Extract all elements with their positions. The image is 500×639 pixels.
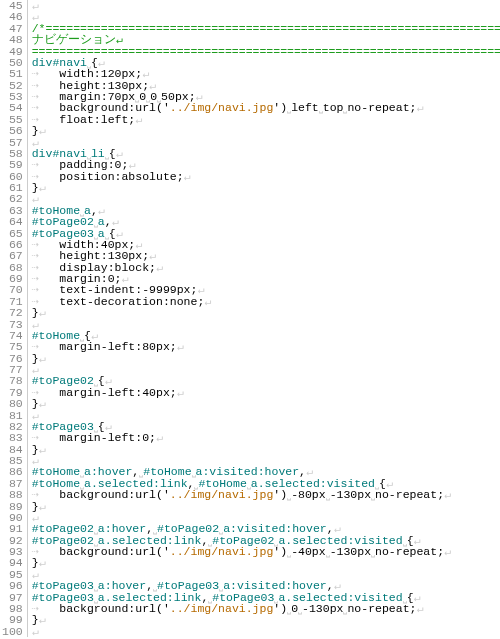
code-line: ⇢ margin-left:0;↵: [32, 432, 500, 443]
line-number: 91: [2, 523, 23, 534]
line-number: 88: [2, 489, 23, 500]
code-line: ⇢ margin-left:40px;↵: [32, 387, 500, 398]
line-number: 48: [2, 34, 23, 45]
line-number: 72: [2, 307, 23, 318]
line-number: 80: [2, 398, 23, 409]
code-line: ⇢ position:absolute;↵: [32, 171, 500, 182]
code-line: }↵: [32, 398, 500, 409]
code-line: ⇢ margin-left:80px;↵: [32, 341, 500, 352]
line-number: 64: [2, 216, 23, 227]
code-line: ⇢ text-decoration:none;↵: [32, 296, 500, 307]
code-line: ↵: [32, 319, 500, 330]
code-line: }↵: [32, 557, 500, 568]
line-number: 75: [2, 341, 23, 352]
line-number: 100: [2, 626, 23, 637]
code-line: }↵: [32, 444, 500, 455]
code-line: }↵: [32, 353, 500, 364]
code-line: ⇢ background:url('../img/navi.jpg')˽0˽-1…: [32, 603, 500, 614]
line-number: 83: [2, 432, 23, 443]
line-number: 51: [2, 68, 23, 79]
code-line: ↵: [32, 626, 500, 637]
code-line: ⇢ background:url('../img/navi.jpg')˽-80p…: [32, 489, 500, 500]
line-number: 67: [2, 250, 23, 261]
line-number: 56: [2, 125, 23, 136]
code-area[interactable]: ↵↵/*====================================…: [28, 0, 500, 637]
line-number: 99: [2, 614, 23, 625]
code-editor: 4546474849505152535455565758596061626364…: [0, 0, 500, 637]
code-line: }↵: [32, 307, 500, 318]
code-line: }↵: [32, 614, 500, 625]
code-line: ⇢ background:url('../img/navi.jpg')˽-40p…: [32, 546, 500, 557]
line-number: 96: [2, 580, 23, 591]
line-number-gutter: 4546474849505152535455565758596061626364…: [0, 0, 28, 637]
line-number: 59: [2, 159, 23, 170]
code-line: }↵: [32, 125, 500, 136]
code-line: ⇢ float:left;↵: [32, 114, 500, 125]
code-line: }↵: [32, 501, 500, 512]
code-line: }↵: [32, 182, 500, 193]
code-line: ↵: [32, 0, 500, 11]
